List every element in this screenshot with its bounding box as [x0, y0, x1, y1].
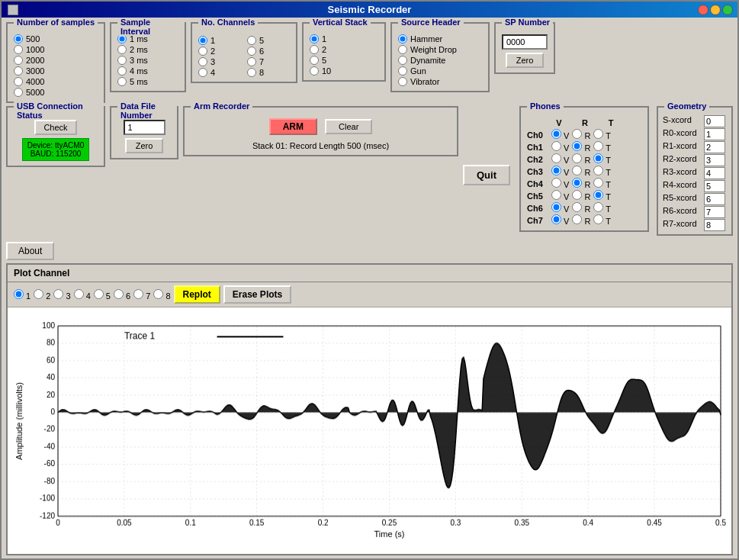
plot-ch-1[interactable]: 1: [14, 289, 31, 301]
sample-4000[interactable]: 4000: [14, 77, 98, 86]
ch-4[interactable]: 4: [198, 68, 241, 77]
vertical-stack-panel: Vertical Stack 1 2 5 10: [302, 22, 386, 82]
geo-r4xcord[interactable]: [704, 180, 725, 192]
source-header-title: Source Header: [398, 18, 464, 27]
data-file-panel: Data File Number Zero: [110, 106, 178, 159]
sp-zero-button[interactable]: Zero: [506, 53, 544, 68]
clear-button[interactable]: Clear: [325, 119, 372, 134]
minimize-button[interactable]: [710, 5, 721, 15]
phones-row-ch2: Ch2 V R T: [527, 153, 641, 165]
sp-number-panel: SP Number Zero: [494, 22, 555, 74]
phones-table: V R T Ch0 V R T Ch1 V: [527, 118, 641, 226]
phones-row-ch1: Ch1 V R T: [527, 141, 641, 153]
about-button[interactable]: About: [6, 242, 54, 260]
phones-title: Phones: [527, 101, 564, 111]
close-button[interactable]: [698, 5, 708, 15]
geo-r1xcord[interactable]: [704, 141, 725, 153]
ch-3[interactable]: 3: [198, 57, 241, 66]
sp-number-title: SP Number: [502, 18, 553, 27]
sample-500[interactable]: 500: [14, 34, 98, 43]
file-zero-button[interactable]: Zero: [125, 138, 163, 153]
main-content: Number of samples 500 1000 2000 3000 400…: [2, 18, 737, 560]
source-header-options: Hammer Weight Drop Dynamite Gun Vibrator: [398, 34, 482, 86]
middle-row: USB Connection Status Check Device: ttyA…: [6, 106, 733, 236]
arm-status: Stack 01: Record Length 500 (msec): [252, 141, 389, 150]
usb-status: Device: ttyACM0 BAUD: 115200: [22, 138, 89, 161]
usb-baud: BAUD: 115200: [27, 150, 84, 158]
src-weight-drop[interactable]: Weight Drop: [398, 45, 482, 54]
plot-ch-6[interactable]: 6: [114, 289, 130, 301]
check-button[interactable]: Check: [34, 120, 76, 135]
plot-area: Plot Channel 1 2 3 4 5 6 7 8 Replot Eras…: [6, 263, 733, 555]
sample-interval-title: Sample Interval: [117, 18, 185, 36]
sp-number-input[interactable]: [502, 34, 548, 50]
ch-7[interactable]: 7: [247, 57, 290, 66]
sample-1000[interactable]: 1000: [14, 45, 98, 54]
geo-r3xcord[interactable]: [704, 167, 725, 179]
erase-button[interactable]: Erase Plots: [223, 285, 291, 304]
plot-ch-4[interactable]: 4: [74, 289, 91, 301]
data-file-input[interactable]: [124, 120, 165, 135]
arm-buttons-row: ARM Clear: [269, 118, 373, 135]
phones-panel: Phones V R T Ch0 V R T: [519, 106, 649, 232]
plot-ch-8[interactable]: 8: [153, 289, 170, 301]
usb-device: Device: ttyACM0: [27, 141, 84, 150]
geometry-grid: S-xcord R0-xcord R1-xcord R2-xcord R3-xc…: [663, 115, 727, 231]
geo-r6xcord[interactable]: [704, 206, 725, 218]
phones-row-ch7: Ch7 V R T: [527, 214, 641, 226]
phones-row-ch0: Ch0 V R T: [527, 129, 641, 140]
quit-button[interactable]: Quit: [463, 165, 510, 185]
window-controls: [698, 5, 733, 15]
source-header-panel: Source Header Hammer Weight Drop Dynamit…: [390, 22, 490, 92]
plot-ch-7[interactable]: 7: [133, 289, 150, 301]
geo-r2xcord[interactable]: [704, 154, 725, 166]
geo-r5xcord[interactable]: [704, 193, 725, 205]
interval-2ms[interactable]: 2 ms: [117, 45, 178, 54]
vertical-stack-options: 1 2 5 10: [310, 34, 378, 76]
stack-10[interactable]: 10: [310, 66, 378, 76]
phones-row-ch6: Ch6 V R T: [527, 202, 641, 214]
maximize-button[interactable]: [722, 5, 733, 15]
usb-title: USB Connection Status: [14, 101, 104, 120]
num-samples-options: 500 1000 2000 3000 4000 5000: [14, 34, 98, 97]
geo-r7xcord[interactable]: [704, 219, 725, 231]
seismic-chart: [11, 311, 728, 551]
plot-canvas-container: [8, 307, 731, 554]
plot-ch-2[interactable]: 2: [34, 289, 50, 301]
geometry-title: Geometry: [664, 101, 709, 111]
src-gun[interactable]: Gun: [398, 66, 482, 76]
stack-2[interactable]: 2: [310, 45, 378, 54]
geo-sxcord[interactable]: [704, 115, 725, 127]
top-row: Number of samples 500 1000 2000 3000 400…: [6, 22, 733, 103]
src-hammer[interactable]: Hammer: [398, 34, 482, 43]
channels-options: 1 5 2 6 3 7 4 8: [198, 36, 290, 77]
src-vibrator[interactable]: Vibrator: [398, 77, 482, 86]
ch-5[interactable]: 5: [247, 36, 290, 45]
geo-r0xcord[interactable]: [704, 128, 725, 140]
interval-4ms[interactable]: 4 ms: [117, 66, 178, 76]
stack-1[interactable]: 1: [310, 34, 378, 43]
main-window: Seismic Recorder Number of samples 500 1…: [0, 0, 739, 560]
src-dynamite[interactable]: Dynamite: [398, 56, 482, 65]
plot-ch-5[interactable]: 5: [94, 289, 111, 301]
sample-5000[interactable]: 5000: [14, 88, 98, 97]
ch-8[interactable]: 8: [247, 68, 290, 77]
titlebar: Seismic Recorder: [2, 2, 737, 18]
interval-3ms[interactable]: 3 ms: [117, 56, 178, 65]
plot-ch-3[interactable]: 3: [53, 289, 70, 301]
sample-2000[interactable]: 2000: [14, 56, 98, 65]
geometry-panel: Geometry S-xcord R0-xcord R1-xcord R2-xc…: [657, 106, 733, 236]
arm-recorder-title: Arm Recorder: [191, 101, 252, 111]
replot-button[interactable]: Replot: [174, 285, 220, 304]
ch-2[interactable]: 2: [198, 47, 241, 56]
sample-interval-panel: Sample Interval 1 ms 2 ms 3 ms 4 ms 5 ms: [110, 22, 186, 92]
sample-interval-options: 1 ms 2 ms 3 ms 4 ms 5 ms: [117, 34, 178, 86]
num-samples-title: Number of samples: [14, 18, 98, 27]
arm-button[interactable]: ARM: [269, 118, 317, 135]
ch-1[interactable]: 1: [198, 36, 241, 45]
ch-6[interactable]: 6: [247, 47, 290, 56]
num-samples-panel: Number of samples 500 1000 2000 3000 400…: [6, 22, 105, 103]
sample-3000[interactable]: 3000: [14, 66, 98, 76]
stack-5[interactable]: 5: [310, 56, 378, 65]
interval-5ms[interactable]: 5 ms: [117, 77, 178, 86]
